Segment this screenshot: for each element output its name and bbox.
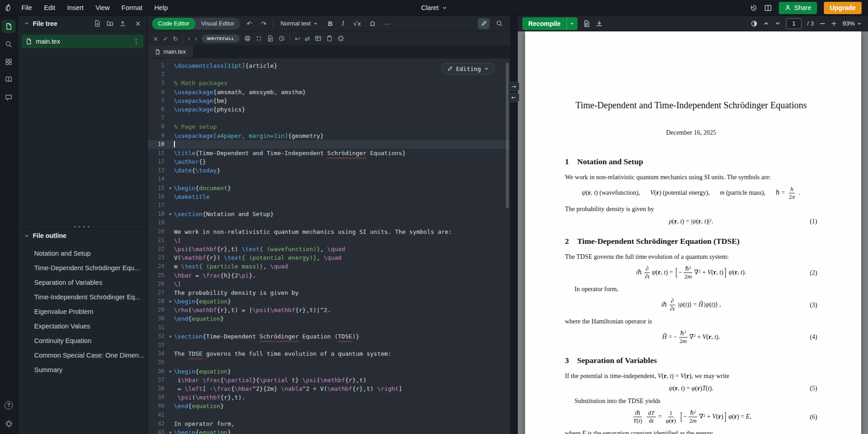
writefull-pen-icon[interactable] <box>478 18 490 29</box>
divider-expand-right-icon[interactable]: → <box>508 82 519 91</box>
page-number-input[interactable]: 1 <box>786 18 802 29</box>
code-line-17[interactable]: 17 <box>148 201 510 210</box>
pdf-viewport[interactable]: Time-Dependent and Time-Independent Schr… <box>518 31 868 434</box>
code-line-11[interactable]: 11\title{Time-Dependent and Time-Indepen… <box>148 149 510 157</box>
outline-item[interactable]: Notation and Setup <box>18 246 147 261</box>
code-line-24[interactable]: 24m \text{ (particle mass)}, \quad <box>148 262 510 271</box>
contrast-icon[interactable] <box>751 20 758 27</box>
rail-chat-icon[interactable] <box>2 91 15 104</box>
project-name[interactable]: Claret <box>421 4 447 11</box>
outline-item[interactable]: Continuity Equation <box>18 333 147 348</box>
code-line-28[interactable]: 28▾\begin{equation} <box>148 297 510 306</box>
insert-symbol-icon[interactable]: Ω <box>368 18 378 29</box>
zoom-level-dropdown[interactable]: 93% <box>842 20 862 27</box>
code-line-39[interactable]: 39 \psi(\mathbf{r},t). <box>148 393 510 402</box>
fold-caret-icon[interactable]: ▾ <box>167 297 174 306</box>
file-menu-kebab-icon[interactable]: ⋮ <box>133 38 139 45</box>
settings-gear-icon[interactable] <box>2 417 15 430</box>
rail-integrations-icon[interactable] <box>2 55 15 69</box>
code-line-8[interactable]: 8% Page setup <box>148 122 510 131</box>
paragraph-style-dropdown[interactable]: Normal text <box>277 18 322 29</box>
code-line-36[interactable]: 36▾\begin{equation} <box>148 367 510 376</box>
help-icon[interactable]: ? <box>2 399 15 412</box>
tab-main-tex[interactable]: main.tex <box>148 45 194 58</box>
code-line-7[interactable]: 7 <box>148 114 510 122</box>
code-line-34[interactable]: 34The TDSE governs the full time evoluti… <box>148 349 510 358</box>
code-line-10[interactable]: 10 <box>148 140 510 149</box>
code-editor-area[interactable]: 1\documentclass[11pt]{article}23% Math p… <box>148 58 510 434</box>
upload-icon[interactable] <box>119 20 126 27</box>
code-line-20[interactable]: 20We work in non-relativistic quantum me… <box>148 227 510 236</box>
document-icon[interactable] <box>267 35 274 42</box>
writefull-settings-gear-icon[interactable] <box>337 35 344 42</box>
panel-divider[interactable]: → ← <box>510 16 518 434</box>
clipboard-icon[interactable] <box>326 35 333 42</box>
outline-item[interactable]: Common Special Case: One Dimen... <box>18 348 147 363</box>
menu-view[interactable]: View <box>90 0 116 15</box>
outline-item[interactable]: Summary <box>18 363 147 377</box>
chevron-down-icon[interactable] <box>24 21 29 26</box>
code-line-41[interactable]: 41 <box>148 411 510 419</box>
share-button[interactable]: Share <box>779 2 817 14</box>
code-line-13[interactable]: 13\date{\today} <box>148 166 510 175</box>
menu-edit[interactable]: Edit <box>38 0 61 15</box>
printer-icon[interactable] <box>244 35 251 42</box>
code-line-3[interactable]: 3% Math packages <box>148 79 510 87</box>
accept-icon[interactable]: ✓ <box>163 35 168 42</box>
visual-editor-toggle[interactable]: Visual Editor <box>195 18 240 30</box>
page-down-icon[interactable] <box>775 20 781 26</box>
fold-caret-icon[interactable]: ▾ <box>167 184 174 192</box>
code-line-29[interactable]: 29\rho(\mathbf{r},t) = |\psi(\mathbf{r},… <box>148 306 510 314</box>
code-line-38[interactable]: 38 = \left[ -\frac{\hbar^2}{2m} \nabla^2… <box>148 384 510 393</box>
view-logs-icon[interactable] <box>583 20 590 27</box>
file-row-main-tex[interactable]: main.tex ⋮ <box>21 35 143 48</box>
search-in-file-icon[interactable] <box>493 18 505 29</box>
recompile-button[interactable]: Recompile <box>522 17 567 30</box>
recompile-dropdown-icon[interactable] <box>567 17 577 30</box>
upgrade-button[interactable]: Upgrade <box>824 2 862 14</box>
code-line-18[interactable]: 18▾\section{Notation and Setup} <box>148 210 510 218</box>
zoom-out-icon[interactable]: − <box>819 19 825 28</box>
code-line-30[interactable]: 30\end{equation} <box>148 314 510 323</box>
fold-caret-icon[interactable]: ▾ <box>167 428 174 434</box>
code-line-4[interactable]: 4\usepackage{amsmath, amssymb, amsthm} <box>148 88 510 96</box>
overleaf-logo-icon[interactable] <box>0 4 15 12</box>
redo-icon[interactable]: ↷ <box>258 18 269 29</box>
fold-caret-icon[interactable]: ▾ <box>167 332 174 341</box>
apps-dots-icon[interactable] <box>255 35 262 42</box>
outline-item[interactable]: Time-Independent Schrödinger Eq... <box>18 290 147 304</box>
menu-file[interactable]: File <box>15 0 38 15</box>
undo-arrow-icon[interactable]: ↩ <box>295 35 300 42</box>
panel-resize-handle[interactable]: ∙∙∙∙ <box>18 224 147 229</box>
code-line-27[interactable]: 27The probability density is given by <box>148 288 510 297</box>
previous-suggestion-icon[interactable]: ‹ <box>188 35 190 42</box>
menu-help[interactable]: Help <box>148 0 174 15</box>
code-line-40[interactable]: 40\end{equation} <box>148 402 510 410</box>
rail-search-icon[interactable] <box>2 37 15 51</box>
divider-expand-left-icon[interactable]: ← <box>508 93 519 102</box>
new-folder-icon[interactable] <box>107 20 113 27</box>
code-line-15[interactable]: 15▾\begin{document} <box>148 184 510 192</box>
download-pdf-icon[interactable] <box>596 20 603 27</box>
code-line-16[interactable]: 16\maketitle <box>148 192 510 201</box>
outline-item[interactable]: Expectation Values <box>18 319 147 333</box>
code-line-37[interactable]: 37 i\hbar \frac{\partial}{\partial t} \p… <box>148 376 510 384</box>
code-line-23[interactable]: 23V(\mathbf{r}) \text{ (potential energy… <box>148 253 510 262</box>
code-line-42[interactable]: 42In operator form, <box>148 419 510 428</box>
code-line-19[interactable]: 19 <box>148 218 510 227</box>
code-line-26[interactable]: 26\] <box>148 280 510 288</box>
code-line-35[interactable]: 35 <box>148 358 510 367</box>
outline-item[interactable]: Eigenvalue Problem <box>18 304 147 319</box>
layout-icon[interactable] <box>764 4 772 12</box>
code-line-6[interactable]: 6\usepackage{physics} <box>148 105 510 114</box>
code-line-22[interactable]: 22\psi(\mathbf{r},t) \text{ (wavefunctio… <box>148 245 510 253</box>
zoom-in-icon[interactable]: + <box>831 19 837 28</box>
code-line-32[interactable]: 32▾\section{Time-Dependent Schrödinger E… <box>148 332 510 341</box>
history-icon[interactable] <box>750 4 757 12</box>
code-line-12[interactable]: 12\author{} <box>148 157 510 166</box>
code-line-9[interactable]: 9\usepackage[a4paper, margin=1in]{geomet… <box>148 131 510 140</box>
code-line-21[interactable]: 21\[ <box>148 236 510 245</box>
insert-math-icon[interactable]: √x <box>350 18 363 29</box>
code-line-33[interactable]: 33 <box>148 341 510 349</box>
menu-format[interactable]: Format <box>116 0 148 15</box>
